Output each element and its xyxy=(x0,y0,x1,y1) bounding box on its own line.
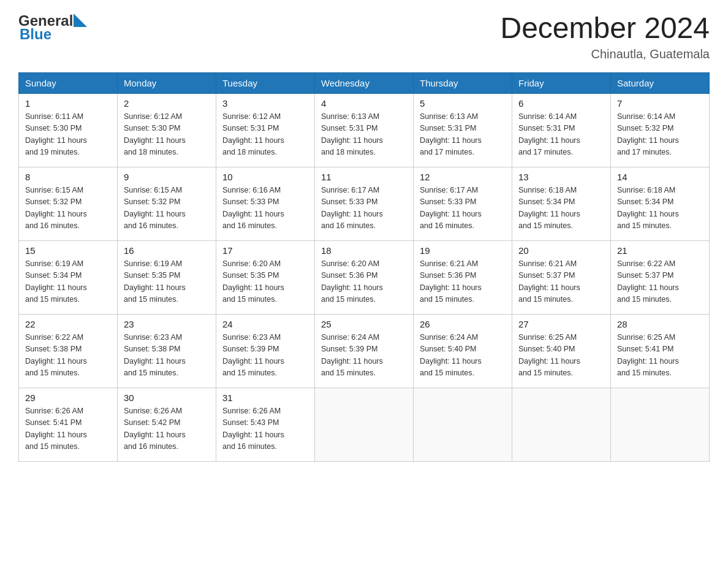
table-row xyxy=(315,388,414,461)
table-row: 27Sunrise: 6:25 AMSunset: 5:40 PMDayligh… xyxy=(512,314,611,388)
day-info: Sunrise: 6:20 AMSunset: 5:35 PMDaylight:… xyxy=(222,258,308,306)
day-info: Sunrise: 6:14 AMSunset: 5:32 PMDaylight:… xyxy=(617,111,703,159)
day-number: 24 xyxy=(222,319,308,329)
col-sunday: Sunday xyxy=(19,72,118,93)
day-info: Sunrise: 6:21 AMSunset: 5:37 PMDaylight:… xyxy=(518,258,604,306)
day-info: Sunrise: 6:26 AMSunset: 5:41 PMDaylight:… xyxy=(25,405,111,453)
logo-blue-text: Blue xyxy=(20,26,51,43)
day-number: 28 xyxy=(617,319,703,329)
day-info: Sunrise: 6:21 AMSunset: 5:36 PMDaylight:… xyxy=(420,258,506,306)
calendar-table: Sunday Monday Tuesday Wednesday Thursday… xyxy=(18,72,710,462)
day-info: Sunrise: 6:19 AMSunset: 5:35 PMDaylight:… xyxy=(124,258,210,306)
logo-triangle-icon xyxy=(74,13,87,27)
day-number: 20 xyxy=(518,245,604,256)
day-number: 16 xyxy=(124,245,210,256)
table-row: 30Sunrise: 6:26 AMSunset: 5:42 PMDayligh… xyxy=(118,388,216,461)
day-info: Sunrise: 6:11 AMSunset: 5:30 PMDaylight:… xyxy=(25,111,111,159)
month-title: December 2024 xyxy=(500,12,710,45)
day-info: Sunrise: 6:13 AMSunset: 5:31 PMDaylight:… xyxy=(420,111,506,159)
day-number: 31 xyxy=(222,393,308,403)
day-number: 2 xyxy=(124,98,210,109)
col-monday: Monday xyxy=(118,72,216,93)
day-number: 7 xyxy=(617,98,703,109)
day-number: 10 xyxy=(222,172,308,182)
day-info: Sunrise: 6:25 AMSunset: 5:40 PMDaylight:… xyxy=(518,332,604,380)
table-row: 8Sunrise: 6:15 AMSunset: 5:32 PMDaylight… xyxy=(19,167,118,240)
day-info: Sunrise: 6:18 AMSunset: 5:34 PMDaylight:… xyxy=(518,185,604,232)
calendar-week-row: 1Sunrise: 6:11 AMSunset: 5:30 PMDaylight… xyxy=(19,93,710,167)
day-number: 4 xyxy=(321,98,407,109)
day-number: 30 xyxy=(124,393,210,403)
day-info: Sunrise: 6:24 AMSunset: 5:40 PMDaylight:… xyxy=(420,332,506,380)
location-title: Chinautla, Guatemala xyxy=(500,47,710,61)
day-info: Sunrise: 6:22 AMSunset: 5:38 PMDaylight:… xyxy=(25,332,111,380)
day-info: Sunrise: 6:22 AMSunset: 5:37 PMDaylight:… xyxy=(617,258,703,306)
day-number: 14 xyxy=(617,172,703,182)
table-row: 31Sunrise: 6:26 AMSunset: 5:43 PMDayligh… xyxy=(216,388,315,461)
table-row: 28Sunrise: 6:25 AMSunset: 5:41 PMDayligh… xyxy=(611,314,710,388)
day-number: 17 xyxy=(222,245,308,256)
table-row: 7Sunrise: 6:14 AMSunset: 5:32 PMDaylight… xyxy=(611,93,710,167)
day-info: Sunrise: 6:26 AMSunset: 5:43 PMDaylight:… xyxy=(222,405,308,453)
table-row: 21Sunrise: 6:22 AMSunset: 5:37 PMDayligh… xyxy=(611,240,710,314)
day-info: Sunrise: 6:15 AMSunset: 5:32 PMDaylight:… xyxy=(25,185,111,232)
col-wednesday: Wednesday xyxy=(315,72,414,93)
day-number: 22 xyxy=(25,319,111,329)
day-number: 8 xyxy=(25,172,111,182)
title-block: December 2024 Chinautla, Guatemala xyxy=(500,12,710,61)
table-row: 18Sunrise: 6:20 AMSunset: 5:36 PMDayligh… xyxy=(315,240,414,314)
table-row xyxy=(512,388,611,461)
day-number: 23 xyxy=(124,319,210,329)
table-row: 4Sunrise: 6:13 AMSunset: 5:31 PMDaylight… xyxy=(315,93,414,167)
day-info: Sunrise: 6:12 AMSunset: 5:31 PMDaylight:… xyxy=(222,111,308,159)
table-row: 9Sunrise: 6:15 AMSunset: 5:32 PMDaylight… xyxy=(118,167,216,240)
day-info: Sunrise: 6:25 AMSunset: 5:41 PMDaylight:… xyxy=(617,332,703,380)
day-number: 5 xyxy=(420,98,506,109)
table-row: 25Sunrise: 6:24 AMSunset: 5:39 PMDayligh… xyxy=(315,314,414,388)
day-number: 3 xyxy=(222,98,308,109)
table-row: 1Sunrise: 6:11 AMSunset: 5:30 PMDaylight… xyxy=(19,93,118,167)
table-row: 29Sunrise: 6:26 AMSunset: 5:41 PMDayligh… xyxy=(19,388,118,461)
day-number: 26 xyxy=(420,319,506,329)
calendar-week-row: 29Sunrise: 6:26 AMSunset: 5:41 PMDayligh… xyxy=(19,388,710,461)
day-number: 12 xyxy=(420,172,506,182)
day-info: Sunrise: 6:14 AMSunset: 5:31 PMDaylight:… xyxy=(518,111,604,159)
table-row: 20Sunrise: 6:21 AMSunset: 5:37 PMDayligh… xyxy=(512,240,611,314)
col-thursday: Thursday xyxy=(414,72,512,93)
day-number: 6 xyxy=(518,98,604,109)
table-row: 19Sunrise: 6:21 AMSunset: 5:36 PMDayligh… xyxy=(414,240,512,314)
day-info: Sunrise: 6:12 AMSunset: 5:30 PMDaylight:… xyxy=(124,111,210,159)
table-row: 17Sunrise: 6:20 AMSunset: 5:35 PMDayligh… xyxy=(216,240,315,314)
day-info: Sunrise: 6:16 AMSunset: 5:33 PMDaylight:… xyxy=(222,185,308,232)
logo: General Blue xyxy=(18,12,87,43)
table-row: 3Sunrise: 6:12 AMSunset: 5:31 PMDaylight… xyxy=(216,93,315,167)
svg-marker-0 xyxy=(74,13,87,27)
day-number: 11 xyxy=(321,172,407,182)
day-info: Sunrise: 6:17 AMSunset: 5:33 PMDaylight:… xyxy=(420,185,506,232)
calendar-week-row: 8Sunrise: 6:15 AMSunset: 5:32 PMDaylight… xyxy=(19,167,710,240)
table-row: 6Sunrise: 6:14 AMSunset: 5:31 PMDaylight… xyxy=(512,93,611,167)
day-number: 13 xyxy=(518,172,604,182)
table-row: 10Sunrise: 6:16 AMSunset: 5:33 PMDayligh… xyxy=(216,167,315,240)
day-info: Sunrise: 6:19 AMSunset: 5:34 PMDaylight:… xyxy=(25,258,111,306)
day-info: Sunrise: 6:15 AMSunset: 5:32 PMDaylight:… xyxy=(124,185,210,232)
table-row: 11Sunrise: 6:17 AMSunset: 5:33 PMDayligh… xyxy=(315,167,414,240)
table-row: 24Sunrise: 6:23 AMSunset: 5:39 PMDayligh… xyxy=(216,314,315,388)
calendar-week-row: 22Sunrise: 6:22 AMSunset: 5:38 PMDayligh… xyxy=(19,314,710,388)
table-row: 13Sunrise: 6:18 AMSunset: 5:34 PMDayligh… xyxy=(512,167,611,240)
table-row: 15Sunrise: 6:19 AMSunset: 5:34 PMDayligh… xyxy=(19,240,118,314)
col-friday: Friday xyxy=(512,72,611,93)
page-header: General Blue December 2024 Chinautla, Gu… xyxy=(18,12,710,61)
day-number: 15 xyxy=(25,245,111,256)
table-row xyxy=(414,388,512,461)
table-row: 2Sunrise: 6:12 AMSunset: 5:30 PMDaylight… xyxy=(118,93,216,167)
day-number: 21 xyxy=(617,245,703,256)
day-info: Sunrise: 6:26 AMSunset: 5:42 PMDaylight:… xyxy=(124,405,210,453)
calendar-week-row: 15Sunrise: 6:19 AMSunset: 5:34 PMDayligh… xyxy=(19,240,710,314)
day-number: 19 xyxy=(420,245,506,256)
day-info: Sunrise: 6:23 AMSunset: 5:38 PMDaylight:… xyxy=(124,332,210,380)
table-row: 16Sunrise: 6:19 AMSunset: 5:35 PMDayligh… xyxy=(118,240,216,314)
col-saturday: Saturday xyxy=(611,72,710,93)
table-row: 12Sunrise: 6:17 AMSunset: 5:33 PMDayligh… xyxy=(414,167,512,240)
table-row: 22Sunrise: 6:22 AMSunset: 5:38 PMDayligh… xyxy=(19,314,118,388)
